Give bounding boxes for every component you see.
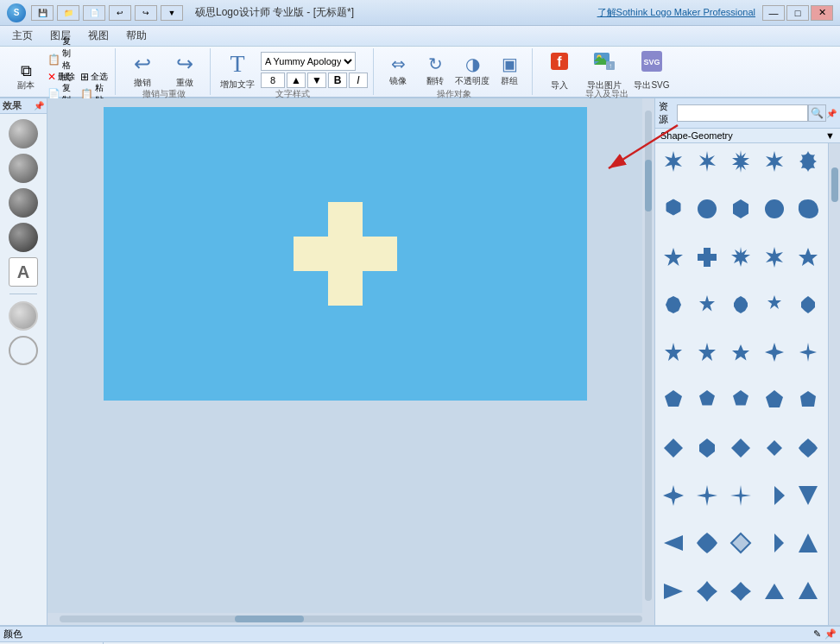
export-img-btn[interactable]: ↑ 导出图片 [582,52,627,88]
import-btn[interactable]: f 导入 [540,52,579,88]
quick-save-btn[interactable]: 💾 [31,5,54,21]
shape-item[interactable] [760,194,789,224]
font-size-input[interactable] [261,73,285,88]
shape-item[interactable] [726,194,755,224]
shape-item[interactable] [692,243,722,272]
effect-circle-5[interactable] [9,301,38,331]
shape-item[interactable] [659,385,688,414]
shape-item[interactable] [760,243,789,272]
shape-item[interactable] [659,577,688,606]
shape-item[interactable] [659,338,688,367]
shape-item[interactable] [659,433,688,463]
effects-pin-btn[interactable]: 📌 [34,101,44,110]
font-size-down-btn[interactable]: ▼ [307,73,326,88]
shape-item[interactable] [793,385,823,414]
shape-item[interactable] [726,147,755,176]
shape-item[interactable] [692,194,722,224]
maximize-btn[interactable]: □ [786,5,809,21]
copy-format-btn[interactable]: 📋 复制格式 [46,52,77,67]
shape-item[interactable] [726,433,755,463]
shape-item[interactable] [692,147,722,176]
shape-item[interactable] [692,338,722,367]
shape-item[interactable] [726,290,755,319]
top-right-link[interactable]: 了解Sothink Logo Maker Professional [597,6,755,19]
opacity-btn[interactable]: ◑ 不透明度 [455,52,489,88]
search-button[interactable]: 🔍 [808,104,826,122]
shape-item[interactable] [692,577,722,606]
minimize-btn[interactable]: — [762,5,785,21]
mirror-btn[interactable]: ⇔ 镜像 [381,52,415,88]
shape-item[interactable] [793,433,823,463]
redo-btn[interactable]: ↪ 重做 [165,52,205,88]
shape-item[interactable] [726,577,755,606]
add-text-btn[interactable]: T 增加文字 [218,52,257,88]
hscroll-thumb[interactable] [235,616,304,622]
shape-item[interactable] [760,433,789,463]
font-bold-btn[interactable]: B [328,73,347,88]
color-edit-icon[interactable]: ✎ [813,628,821,640]
font-italic-btn[interactable]: I [349,73,368,88]
effect-circle-2[interactable] [9,154,38,183]
shape-item[interactable] [726,528,755,558]
shape-item[interactable] [760,528,789,558]
shape-item[interactable] [760,147,789,176]
font-name-select[interactable]: A Yummy Apology [261,52,356,71]
shape-item[interactable] [659,528,688,558]
vscroll-thumb[interactable] [645,160,652,212]
menu-view[interactable]: 视图 [79,27,117,45]
shape-item[interactable] [793,194,823,224]
effect-circle-4[interactable] [9,223,38,252]
canvas-vscroll[interactable] [642,98,654,613]
right-panel-scrollbar[interactable] [828,143,840,625]
shape-item[interactable] [793,243,823,272]
canvas[interactable] [104,107,587,401]
export-svg-btn[interactable]: SVG 导出SVG [629,52,674,88]
shape-item[interactable] [760,481,789,510]
right-panel-pin-btn[interactable]: 📌 [826,109,837,118]
effect-circle-6[interactable] [9,336,38,365]
quick-new-btn[interactable]: 📄 [83,5,105,21]
right-panel-scroll-thumb[interactable] [831,167,838,202]
effect-text-a[interactable]: A [9,257,38,287]
shape-item[interactable] [793,338,823,367]
customize-btn[interactable]: ▼ [161,5,183,21]
menu-help[interactable]: 帮助 [117,27,155,45]
color-pin-icon[interactable]: 📌 [824,628,837,640]
shape-item[interactable] [692,528,722,558]
shape-item[interactable] [659,194,688,224]
shape-item[interactable] [692,433,722,463]
shape-item[interactable] [726,338,755,367]
shape-item[interactable] [760,577,789,606]
search-input[interactable] [677,104,807,122]
shape-item[interactable] [659,147,688,176]
undo-quick-btn[interactable]: ↩ [109,5,131,21]
shape-item[interactable] [760,338,789,367]
shape-item[interactable] [760,290,789,319]
shape-item[interactable] [793,481,823,510]
menu-home[interactable]: 主页 [3,27,41,45]
rotate-btn[interactable]: ↻ 翻转 [418,52,452,88]
shape-item[interactable] [659,481,688,510]
shape-item[interactable] [692,481,722,510]
undo-btn[interactable]: ↩ 撤销 [123,52,162,88]
shape-item[interactable] [760,385,789,414]
shape-item[interactable] [692,290,722,319]
shape-dropdown[interactable]: Shape-Geometry ▼ [655,129,840,143]
quick-open-btn[interactable]: 📁 [57,5,79,21]
group-btn[interactable]: ▣ 群组 [492,52,527,88]
shape-item[interactable] [793,147,823,176]
shape-item[interactable] [726,481,755,510]
effect-circle-1[interactable] [9,119,38,148]
shape-item[interactable] [692,385,722,414]
shape-item[interactable] [793,290,823,319]
redo-quick-btn[interactable]: ↪ [135,5,157,21]
canvas-wrapper[interactable] [47,98,642,613]
close-btn[interactable]: ✕ [811,5,833,21]
shape-item[interactable] [726,385,755,414]
canvas-scrollbar-h[interactable] [47,613,654,625]
effect-circle-3[interactable] [9,188,38,218]
shape-item[interactable] [659,243,688,272]
font-size-up-btn[interactable]: ▲ [287,73,306,88]
copy-btn[interactable]: ⧉ 副本 [9,59,43,95]
shape-item[interactable] [659,290,688,319]
